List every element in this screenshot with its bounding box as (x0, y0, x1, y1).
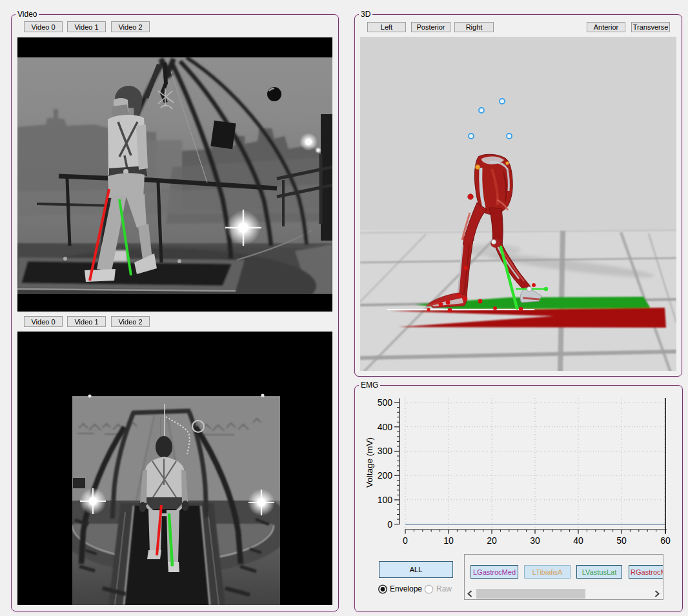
svg-text:60: 60 (660, 535, 671, 546)
svg-text:500: 500 (378, 397, 393, 408)
svg-text:0: 0 (387, 519, 392, 530)
svg-text:300: 300 (378, 446, 393, 456)
svg-text:Voltage (mV): Voltage (mV) (365, 437, 374, 488)
svg-text:0: 0 (403, 535, 408, 546)
svg-text:30: 30 (530, 535, 540, 546)
svg-text:400: 400 (378, 422, 393, 432)
svg-text:100: 100 (378, 495, 393, 505)
svg-text:10: 10 (443, 535, 454, 546)
svg-text:40: 40 (573, 535, 583, 546)
svg-text:50: 50 (616, 535, 627, 546)
svg-text:200: 200 (378, 470, 393, 481)
svg-text:20: 20 (487, 535, 497, 546)
